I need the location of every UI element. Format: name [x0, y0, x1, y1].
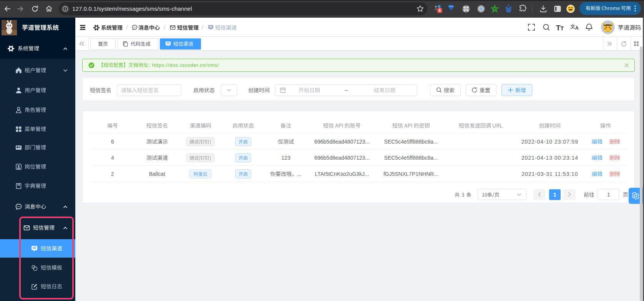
svg-text:8: 8 [438, 8, 441, 13]
